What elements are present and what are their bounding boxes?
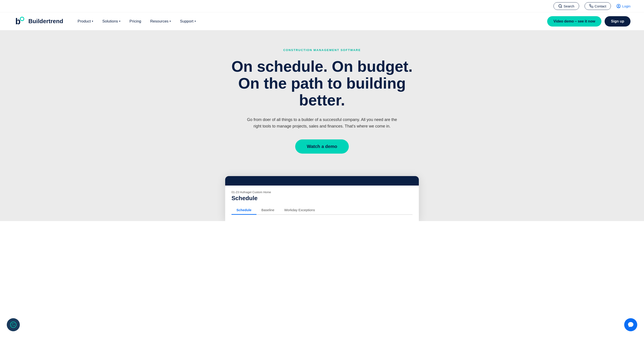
app-window-bar: [225, 176, 419, 185]
nav-pricing[interactable]: Pricing: [126, 17, 145, 25]
chevron-down-icon: ▾: [92, 20, 93, 23]
tab-workday-exceptions[interactable]: Workday Exceptions: [279, 206, 320, 215]
hero-headline: On schedule. On budget. On the path to b…: [230, 58, 414, 108]
app-window: 01-23 Hufnagel Custom Home Schedule Sche…: [225, 176, 419, 221]
hero-subtext: Go from doer of all things to a builder …: [243, 117, 401, 130]
video-demo-button[interactable]: Video demo – see it now: [547, 16, 602, 26]
phone-icon: [589, 4, 593, 8]
svg-point-3: [618, 5, 619, 6]
app-tabs: Schedule Baseline Workday Exceptions: [232, 206, 412, 215]
nav-resources[interactable]: Resources ▾: [146, 17, 174, 25]
user-circle-icon: [616, 4, 621, 8]
main-nav: b Buildertrend Product ▾ Solutions ▾ Pri…: [0, 12, 644, 30]
hero-eyebrow: CONSTRUCTION MANAGEMENT SOFTWARE: [283, 48, 361, 52]
chevron-down-icon: ▾: [194, 20, 196, 23]
tab-baseline[interactable]: Baseline: [256, 206, 280, 215]
signup-button[interactable]: Sign up: [604, 16, 630, 26]
nav-solutions[interactable]: Solutions ▾: [99, 17, 124, 25]
svg-line-1: [561, 7, 562, 7]
nav-support[interactable]: Support ▾: [176, 17, 200, 25]
search-button[interactable]: Search: [554, 2, 579, 10]
nav-cta-area: Video demo – see it now Sign up: [547, 16, 630, 26]
logo-text: Buildertrend: [28, 18, 63, 25]
app-schedule-title: Schedule: [232, 195, 412, 202]
nav-product[interactable]: Product ▾: [74, 17, 97, 25]
chevron-down-icon: ▾: [170, 20, 171, 23]
logo-link[interactable]: b Buildertrend: [14, 15, 63, 27]
tab-schedule[interactable]: Schedule: [232, 206, 256, 215]
svg-text:b: b: [15, 17, 20, 26]
hero-section: CONSTRUCTION MANAGEMENT SOFTWARE On sche…: [0, 30, 644, 167]
app-project-label: 01-23 Hufnagel Custom Home: [232, 190, 412, 194]
app-window-content: 01-23 Hufnagel Custom Home Schedule Sche…: [225, 185, 419, 221]
login-button[interactable]: Login: [616, 4, 630, 8]
watch-demo-button[interactable]: Watch a demo: [295, 140, 349, 154]
contact-button[interactable]: Contact: [584, 2, 611, 10]
search-icon: [558, 4, 562, 8]
app-preview-section: 01-23 Hufnagel Custom Home Schedule Sche…: [0, 167, 644, 221]
top-bar: Search Contact Login: [0, 0, 644, 12]
nav-links: Product ▾ Solutions ▾ Pricing Resources …: [74, 17, 547, 25]
logo-icon: b: [14, 15, 26, 27]
chevron-down-icon: ▾: [119, 20, 120, 23]
